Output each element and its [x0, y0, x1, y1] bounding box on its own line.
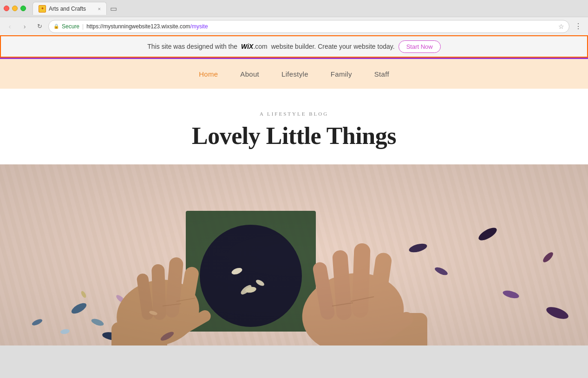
secure-icon: 🔒	[53, 24, 59, 29]
toolbar: ‹ › ↻ 🔒 Secure | https://mystunningwebsi…	[0, 17, 588, 35]
start-now-button[interactable]: Start Now	[399, 40, 441, 53]
browser-window: ✦ Arts and Crafts × ▭ ‹ › ↻ 🔒 Secure | h…	[0, 0, 588, 345]
back-button[interactable]: ‹	[4, 20, 16, 33]
address-bar[interactable]: 🔒 Secure | https://mystunningwebsite123.…	[48, 20, 569, 33]
forward-button[interactable]: ›	[19, 20, 31, 33]
hero-image	[0, 164, 588, 345]
tab-favicon: ✦	[39, 5, 46, 13]
site-navigation: Home About Lifestyle Family Staff	[0, 59, 588, 89]
url-text: https://mystunningwebsite123.wixsite.com…	[86, 23, 208, 30]
refresh-button[interactable]: ↻	[33, 20, 46, 33]
hero-title: Lovely Little Things	[0, 122, 588, 150]
wix-banner: This site was designed with the WiX.com …	[0, 35, 588, 58]
nav-item-about[interactable]: About	[240, 70, 259, 78]
banner-text-after: website builder. Create your website tod…	[271, 43, 395, 50]
nav-item-staff[interactable]: Staff	[374, 70, 389, 78]
tab-area: ✦ Arts and Crafts × ▭	[33, 2, 120, 15]
bookmark-button[interactable]: ☆	[558, 23, 564, 30]
nav-item-lifestyle[interactable]: Lifestyle	[281, 70, 308, 78]
hero-image-svg	[0, 164, 588, 345]
minimize-button[interactable]	[12, 6, 18, 11]
tab-close-button[interactable]: ×	[98, 6, 101, 12]
wix-logo-bold: WiX	[241, 43, 253, 50]
tab-title: Arts and Crafts	[49, 6, 86, 12]
maximize-button[interactable]	[20, 6, 26, 11]
title-bar: ✦ Arts and Crafts × ▭	[0, 0, 588, 17]
hero-section: A LIFESTYLE BLOG Lovely Little Things	[0, 89, 588, 164]
new-tab-button[interactable]: ▭	[107, 2, 120, 15]
nav-item-home[interactable]: Home	[199, 70, 218, 78]
wix-logo: WiX.com	[241, 43, 268, 50]
svg-rect-43	[0, 164, 588, 345]
website-content: Home About Lifestyle Family Staff A LIFE…	[0, 59, 588, 345]
banner-text-before: This site was designed with the	[147, 43, 237, 50]
hero-subtitle: A LIFESTYLE BLOG	[0, 111, 588, 117]
close-button[interactable]	[4, 6, 9, 11]
wix-logo-com: .com	[253, 43, 267, 50]
secure-label: Secure	[62, 23, 79, 30]
browser-menu-button[interactable]: ⋮	[572, 20, 584, 33]
nav-item-family[interactable]: Family	[331, 70, 352, 78]
traffic-lights	[4, 6, 26, 11]
url-separator: |	[82, 23, 84, 30]
active-tab[interactable]: ✦ Arts and Crafts ×	[33, 2, 107, 15]
